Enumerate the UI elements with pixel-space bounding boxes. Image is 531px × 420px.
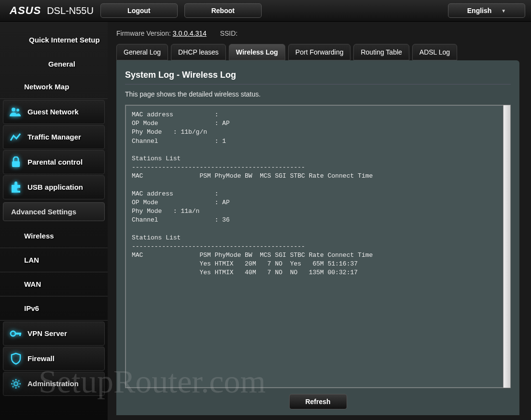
users-icon — [8, 104, 24, 120]
sidebar-item-label: Firewall — [28, 354, 55, 363]
svg-point-3 — [11, 331, 15, 336]
refresh-button[interactable]: Refresh — [289, 394, 347, 409]
firmware-version[interactable]: 3.0.0.4.314 — [173, 29, 207, 37]
tab-routing-table[interactable]: Routing Table — [353, 44, 409, 60]
tab-general-log[interactable]: General Log — [116, 44, 168, 60]
sidebar-item-label: USB application — [28, 183, 83, 191]
sidebar-item-parental-control[interactable]: Parental control — [3, 150, 105, 174]
page-title: System Log - Wireless Log — [125, 70, 511, 80]
sidebar-item-general[interactable]: General — [0, 54, 108, 75]
gear-icon — [8, 376, 24, 392]
firmware-line: Firmware Version: 3.0.0.4.314 SSID: — [116, 29, 519, 37]
sidebar-header-advanced: Advanced Settings — [3, 202, 105, 221]
puzzle-icon — [8, 180, 24, 195]
scrollbar[interactable] — [503, 105, 511, 388]
sidebar-item-label: VPN Server — [28, 329, 67, 337]
sidebar-item-label: Parental control — [28, 158, 83, 166]
sidebar-item-wireless[interactable]: Wireless — [0, 224, 108, 248]
tab-wireless-log[interactable]: Wireless Log — [229, 44, 285, 60]
ssid-label: SSID: — [220, 29, 238, 37]
sidebar-item-ipv6[interactable]: IPv6 — [0, 296, 108, 321]
sidebar: Quick Internet Setup General Network Map… — [0, 22, 108, 420]
divider — [125, 84, 511, 84]
sidebar-item-firewall[interactable]: Firewall — [3, 347, 105, 371]
main-content: Firmware Version: 3.0.0.4.314 SSID: Gene… — [108, 22, 531, 420]
logout-button[interactable]: Logout — [100, 3, 178, 18]
shield-icon — [8, 351, 24, 366]
reboot-button[interactable]: Reboot — [184, 3, 262, 18]
svg-rect-5 — [19, 333, 21, 336]
chart-icon — [8, 129, 24, 145]
language-label: English — [467, 7, 492, 14]
sidebar-item-label: Guest Network — [28, 108, 79, 116]
firmware-label: Firmware Version: — [116, 29, 171, 37]
sidebar-item-label: Traffic Manager — [28, 133, 81, 141]
sidebar-item-wan[interactable]: WAN — [0, 272, 108, 296]
svg-point-1 — [16, 109, 19, 112]
sidebar-item-guest-network[interactable]: Guest Network — [3, 100, 105, 124]
tab-dhcp-leases[interactable]: DHCP leases — [171, 44, 226, 60]
sidebar-item-lan[interactable]: LAN — [0, 248, 108, 272]
tab-port-forwarding[interactable]: Port Forwarding — [288, 44, 351, 60]
language-selector[interactable]: English ▼ — [448, 3, 525, 18]
sidebar-item-label: Administration — [28, 379, 79, 388]
svg-rect-2 — [12, 161, 20, 167]
svg-point-0 — [12, 108, 15, 112]
svg-point-6 — [14, 382, 18, 386]
model-name: DSL-N55U — [47, 5, 94, 16]
topbar: ASUS DSL-N55U Logout Reboot English ▼ — [0, 0, 531, 22]
key-icon — [8, 326, 24, 341]
brand-logo: ASUS — [10, 4, 41, 17]
sidebar-item-vpn-server[interactable]: VPN Server — [3, 322, 105, 346]
tab-adsl-log[interactable]: ADSL Log — [412, 44, 457, 60]
page-subtitle: This page shows the detailed wireless st… — [125, 90, 511, 98]
tabs: General Log DHCP leases Wireless Log Por… — [116, 44, 519, 60]
log-textarea[interactable]: MAC address : OP Mode : AP Phy Mode : 11… — [125, 105, 503, 388]
sidebar-item-traffic-manager[interactable]: Traffic Manager — [3, 125, 105, 149]
sidebar-item-quick-setup[interactable]: Quick Internet Setup — [0, 27, 108, 54]
sidebar-item-network-map[interactable]: Network Map — [0, 75, 108, 99]
chevron-down-icon: ▼ — [501, 8, 506, 14]
lock-icon — [8, 154, 24, 170]
sidebar-item-usb-application[interactable]: USB application — [3, 175, 105, 199]
sidebar-item-administration[interactable]: Administration — [3, 372, 105, 396]
panel: System Log - Wireless Log This page show… — [116, 60, 519, 415]
